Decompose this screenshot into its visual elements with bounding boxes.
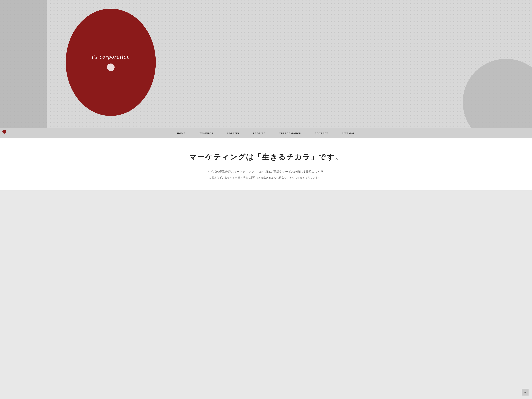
navbar: HOME BUSINESS COLUMN PROFILE PERFORMANCE… [0,128,532,139]
description-text: に留まらず、あらゆる業種・職種に応用できる生きるために役立つスキルになると考えて… [7,176,525,179]
hero-section: I's corporation ⌄ [0,0,532,128]
logo[interactable] [2,130,7,137]
hero-bottom-circle [463,59,532,128]
nav-item-home[interactable]: HOME [177,132,186,135]
main-title: マーケティングは「生きるチカラ」です。 [7,152,525,162]
nav-item-column[interactable]: COLUMN [227,132,239,135]
subtitle-text: アイズの得意分野はマーケティング。しかし単に"商品やサービスの売れる仕組みづくり… [7,169,525,174]
logo-line [2,130,2,137]
nav-item-performance[interactable]: PERFORMANCE [279,132,301,135]
nav-item-business[interactable]: BUSINESS [200,132,213,135]
content-section: マーケティングは「生きるチカラ」です。 アイズの得意分野はマーケティング。しかし… [0,139,532,190]
logo-circle [2,130,6,133]
nav-item-sitemap[interactable]: SITEMAP [342,132,355,135]
nav-menu: HOME BUSINESS COLUMN PROFILE PERFORMANCE… [177,132,355,135]
hero-title: I's corporation [92,54,130,60]
hero-left-decoration [0,0,47,128]
nav-item-contact[interactable]: CONTACT [315,132,328,135]
hero-main-circle: I's corporation ⌄ [66,9,156,116]
scroll-down-button[interactable]: ⌄ [107,63,114,71]
nav-item-profile[interactable]: PROFILE [253,132,266,135]
